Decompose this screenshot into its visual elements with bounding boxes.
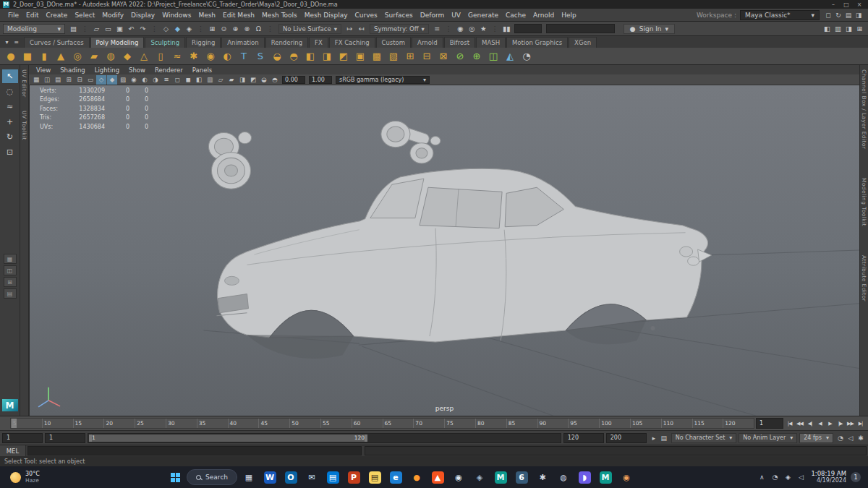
timeline-tick[interactable]: 90 xyxy=(537,419,569,428)
animation-end-field[interactable]: 200 xyxy=(606,433,647,443)
playback-button[interactable]: |◀ xyxy=(785,419,794,429)
taskbar-app-icon[interactable]: ▤ xyxy=(323,468,342,486)
layout-button-icon[interactable]: ▤ xyxy=(4,288,17,299)
viewport-toolbar-icon[interactable]: ▥ xyxy=(205,75,215,85)
status-icon[interactable]: ≡ xyxy=(432,23,443,34)
animation-start-field[interactable]: 1 xyxy=(2,433,43,443)
symmetry-select[interactable]: Symmetry: Off ▾ xyxy=(370,24,429,34)
timeline-tick[interactable]: 40 xyxy=(228,419,259,428)
shelf-tool-icon[interactable]: ◍ xyxy=(103,48,119,64)
playback-button[interactable]: ◀| xyxy=(805,419,814,429)
shelf-tool-icon[interactable]: ◒ xyxy=(269,48,285,64)
layout-button-icon[interactable]: ⊞ xyxy=(4,277,17,287)
taskbar-app-icon[interactable]: O xyxy=(281,468,300,486)
tool-icon[interactable]: ↖ xyxy=(2,69,18,83)
timeline-tick[interactable]: 80 xyxy=(475,419,506,428)
status-icon[interactable]: ⊙ xyxy=(218,23,229,34)
shelf-tool-icon[interactable]: ✱ xyxy=(186,48,202,64)
viewport-toolbar-icon[interactable]: ◻ xyxy=(172,75,182,85)
shelf-tab[interactable]: Curves / Surfaces xyxy=(24,37,90,48)
shelf-tool-icon[interactable]: ⊕ xyxy=(469,48,485,64)
taskbar-app-icon[interactable]: ▤ xyxy=(365,468,384,486)
menubar-icon[interactable]: ↻ xyxy=(833,10,843,20)
timeline-tick[interactable]: 30 xyxy=(166,419,197,428)
fps-select[interactable]: 24 fps ▾ xyxy=(799,433,833,443)
shelf-tool-icon[interactable]: ◐ xyxy=(219,48,235,64)
status-icon[interactable]: ◉ xyxy=(455,23,466,34)
shelf-tab[interactable]: Bifrost xyxy=(444,37,475,48)
status-icon[interactable]: ⊗ xyxy=(242,23,252,34)
menubar-icon[interactable]: ▤ xyxy=(843,10,854,20)
viewport-menu-item[interactable]: Renderer xyxy=(150,67,187,74)
taskbar-app-icon[interactable]: P xyxy=(344,468,363,486)
viewport-toolbar-icon[interactable]: ▱ xyxy=(216,75,226,85)
tray-icon[interactable]: ◈ xyxy=(782,470,793,484)
start-button[interactable] xyxy=(166,468,184,486)
sidebar-toggle-icon[interactable]: ▥ xyxy=(833,23,843,34)
menu-item[interactable]: Edit xyxy=(22,10,42,20)
shelf-tool-icon[interactable]: ◎ xyxy=(69,48,85,64)
status-icon[interactable]: ▭ xyxy=(103,23,114,34)
viewport-menu-item[interactable]: Panels xyxy=(188,67,216,74)
status-icon[interactable]: ▣ xyxy=(114,23,125,34)
vertical-tab[interactable]: UV Editor xyxy=(21,69,27,98)
taskbar-app-icon[interactable]: ✱ xyxy=(533,468,552,486)
timeline-tick[interactable]: 115 xyxy=(692,419,723,428)
exposure-field[interactable]: 0.00 xyxy=(282,76,305,84)
tool-icon[interactable]: ⊡ xyxy=(2,145,18,159)
menu-item[interactable]: Windows xyxy=(158,10,195,20)
status-icon[interactable]: ⋮ xyxy=(265,23,276,34)
shelf-tab[interactable]: FX xyxy=(309,37,328,48)
viewport-toolbar-icon[interactable]: ◆ xyxy=(107,75,117,85)
shelf-tab[interactable]: Arnold xyxy=(412,37,443,48)
playback-end-field[interactable]: 120 xyxy=(563,433,604,443)
shelf-tab[interactable]: Motion Graphics xyxy=(506,37,568,48)
menu-item[interactable]: File xyxy=(4,10,22,20)
mel-input[interactable] xyxy=(27,446,362,455)
status-icon[interactable]: ◇ xyxy=(161,23,171,34)
colorspace-select[interactable]: sRGB gamma (legacy) ▾ xyxy=(336,76,430,84)
sidebar-toggle-icon[interactable]: ◨ xyxy=(843,23,854,34)
shelf-tab[interactable]: Rendering xyxy=(265,37,308,48)
live-surface-select[interactable]: No Live Surface ▾ xyxy=(278,24,341,34)
timeline-tick[interactable]: 35 xyxy=(197,419,228,428)
status-icon[interactable]: ↶ xyxy=(126,23,137,34)
maximize-button[interactable]: □ xyxy=(841,1,852,8)
menu-item[interactable]: Mesh Tools xyxy=(258,10,301,20)
timeline-tick[interactable]: 100 xyxy=(599,419,630,428)
viewport-toolbar-icon[interactable]: ◧ xyxy=(194,75,204,85)
vertical-tab[interactable]: Channel Box / Layer Editor xyxy=(861,69,867,149)
shelf-tool-icon[interactable]: T xyxy=(236,48,252,64)
character-set-select[interactable]: No Character Set ▾ xyxy=(671,433,737,443)
shelf-tool-icon[interactable]: ◨ xyxy=(319,48,335,64)
anim-layer-select[interactable]: No Anim Layer ▾ xyxy=(739,433,797,443)
playback-button[interactable]: ◀ xyxy=(815,419,825,429)
timeline-tick[interactable]: 105 xyxy=(630,419,661,428)
shelf-tool-icon[interactable]: ▰ xyxy=(86,48,102,64)
viewport-toolbar-icon[interactable]: ▭ xyxy=(85,75,95,85)
status-icon[interactable]: ⋮ xyxy=(490,23,501,34)
taskbar-app-icon[interactable]: ✉ xyxy=(302,468,321,486)
notification-count-badge[interactable]: 1 xyxy=(851,472,861,482)
sign-in-button[interactable]: ● Sign In ▾ xyxy=(624,24,675,34)
shelf-tool-icon[interactable]: ▩ xyxy=(369,48,385,64)
shelf-tool-icon[interactable]: ◔ xyxy=(519,48,535,64)
shelf-tool-icon[interactable]: ▯ xyxy=(153,48,169,64)
shelf-tool-icon[interactable]: ■ xyxy=(20,48,35,64)
tray-icon[interactable]: ∧ xyxy=(756,470,767,484)
menu-item[interactable]: Mesh xyxy=(195,10,219,20)
range-icon[interactable]: ◔ xyxy=(835,433,846,443)
range-slider-handle[interactable]: 1 120 xyxy=(89,435,367,442)
status-icon[interactable]: ⊕ xyxy=(230,23,241,34)
sidebar-toggle-icon[interactable]: ◧ xyxy=(822,23,833,34)
timeline-tick[interactable]: 110 xyxy=(661,419,692,428)
viewport-toolbar-icon[interactable]: ▰ xyxy=(226,75,237,85)
range-icon[interactable]: ◁ xyxy=(846,433,856,443)
taskbar-app-icon[interactable]: ▲ xyxy=(428,468,447,486)
status-icon[interactable]: ◆ xyxy=(172,23,183,34)
taskbar-app-icon[interactable]: ▦ xyxy=(239,468,258,486)
range-slider-track[interactable]: 1 120 xyxy=(88,433,561,443)
shelf-tab[interactable]: FX Caching xyxy=(329,37,375,48)
shelf-tab[interactable]: XGen xyxy=(569,37,597,48)
viewport-menu-item[interactable]: Lighting xyxy=(90,67,124,74)
